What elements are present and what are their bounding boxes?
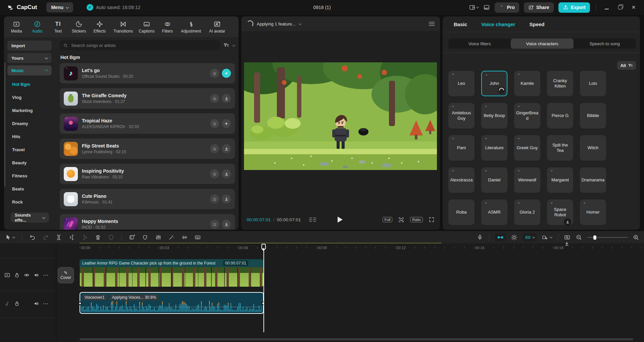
video-clip[interactable]: Leather Armor RPG Game Character pick up… (80, 259, 264, 287)
sidebar-item-import[interactable]: Import (7, 41, 52, 51)
speaker-icon[interactable] (33, 272, 40, 278)
favorite-star-button[interactable]: ☆ (210, 194, 219, 204)
voice-card-kamile[interactable]: Kamile (514, 71, 540, 96)
lock-icon[interactable] (14, 300, 20, 307)
voice-card-roba[interactable]: Roba (448, 199, 475, 225)
playhead-handle[interactable] (261, 244, 266, 249)
delete-icon[interactable] (95, 234, 101, 241)
voice-card-pierce-g[interactable]: Pierce G (547, 103, 573, 128)
sidebar-item-music[interactable]: Music (7, 65, 52, 75)
voice-card-gloria-2[interactable]: Gloria 2 (514, 199, 540, 225)
download-button[interactable] (222, 194, 231, 204)
sidebar-category-rock[interactable]: Rock (4, 195, 54, 209)
subtab-speech-to-song[interactable]: Speech to song (574, 39, 636, 49)
timeline-zoom-in-icon[interactable] (633, 234, 639, 241)
filter-icon[interactable] (223, 42, 229, 48)
minimize-button[interactable] (602, 5, 611, 10)
restore-button[interactable] (616, 5, 625, 10)
eye-icon[interactable] (23, 272, 30, 278)
voice-card-cranky-kitten[interactable]: Cranky Kitten (547, 71, 573, 96)
tab-filters[interactable]: Filters (157, 20, 178, 34)
undo-icon[interactable] (29, 234, 36, 241)
voice-card-gingerbread[interactable]: GingerBread (514, 103, 540, 128)
sidebar-category-fitness[interactable]: Fitness (4, 169, 54, 182)
voice-card-space-robot[interactable]: Space Robot (547, 199, 573, 225)
sidebar-category-beats[interactable]: Beats (4, 182, 54, 195)
more-icon[interactable]: ⋯ (43, 272, 49, 278)
chevron-down-icon[interactable] (298, 22, 302, 25)
voice-card-werewolf[interactable]: Werewolf (514, 167, 540, 193)
sidebar-category-hits[interactable]: Hits (4, 130, 54, 143)
timeline-ruler[interactable]: 00:0000:0300:0600:0900:1200:1500:18 (0, 243, 644, 252)
music-track-row[interactable]: Tropical HazeALEKSANDAR KIPROV · 02:03☆+ (60, 113, 235, 134)
favorite-star-button[interactable]: ☆ (210, 169, 219, 178)
sidebar-category-travel[interactable]: Travel (4, 143, 54, 156)
ratio-button[interactable]: Ratio (410, 217, 423, 222)
voice-card-bibble[interactable]: Bibble (580, 103, 606, 128)
tab-stickers[interactable]: Stickers (68, 20, 89, 34)
sidebar-scrollbar[interactable] (4, 62, 5, 186)
select-clip-mode-button[interactable] (542, 234, 552, 241)
favorite-star-button[interactable]: ☆ (210, 119, 219, 128)
layout-compact-button[interactable] (483, 4, 490, 11)
clip-trim-handle-left[interactable] (78, 301, 82, 305)
tab-captions[interactable]: Captions (136, 20, 157, 34)
frame-list-icon[interactable] (309, 218, 316, 222)
download-button[interactable] (222, 169, 231, 178)
preview-window-icon[interactable] (564, 234, 571, 241)
voice-card-homer[interactable]: Homer (580, 199, 606, 225)
zoom-fit-icon[interactable] (398, 217, 404, 223)
close-button[interactable]: ✕ (629, 4, 638, 10)
sidebar-item-sound-effects[interactable]: Sounds effe... (11, 213, 49, 223)
voice-card-john[interactable]: John (481, 71, 507, 96)
download-button[interactable] (222, 144, 231, 153)
menu-button[interactable]: Menu (46, 2, 73, 12)
filter-chevron-icon[interactable] (232, 43, 236, 47)
tab-basic[interactable]: Basic (454, 21, 467, 27)
voice-card-margaret[interactable]: Margaret (547, 167, 573, 193)
subtab-voice-filters[interactable]: Voice filters (448, 39, 511, 49)
voice-card-spill-the-tea[interactable]: Spill the Tea (547, 135, 573, 161)
fullscreen-icon[interactable] (429, 217, 435, 223)
music-track-row[interactable]: ♪Let's goOfficial Sound Studio · 00:20☆+ (60, 63, 235, 83)
voice-card-leo[interactable]: Leo (448, 71, 475, 96)
sidebar-category-vlog[interactable]: Vlog (4, 91, 54, 104)
favorite-star-button[interactable]: ☆ (210, 220, 219, 229)
split-left-icon[interactable] (68, 234, 75, 241)
tab-text[interactable]: TIText (48, 20, 68, 34)
tab-speed[interactable]: Speed (529, 21, 544, 27)
mask-icon[interactable] (108, 234, 114, 241)
auto-snap-toggle[interactable] (495, 233, 506, 242)
voice-card-greek-guy[interactable]: Greek Guy (514, 135, 540, 161)
tab-transitions[interactable]: Transitions (110, 20, 136, 34)
magic-voice-icon[interactable] (168, 234, 175, 241)
tab-ai-avatar[interactable]: AI avatar (204, 20, 230, 34)
music-track-row[interactable]: Inspiring PositivityRaw Vibrations · 03:… (60, 164, 235, 184)
voice-card-witch[interactable]: Witch (580, 135, 606, 161)
preview-status-text[interactable]: Applying 1 feature... (257, 21, 296, 26)
split-icon[interactable] (55, 234, 62, 241)
search-input[interactable] (70, 43, 216, 48)
tab-media[interactable]: Media (6, 20, 27, 34)
sidebar-category-hot-bgm[interactable]: Hot Bgm (4, 78, 54, 91)
favorite-star-button[interactable]: ☆ (210, 69, 219, 78)
more-icon[interactable]: ⋯ (43, 300, 49, 307)
full-button[interactable]: Full (383, 217, 393, 222)
cover-button[interactable]: ✎ Cover (58, 267, 74, 283)
preview-menu-icon[interactable] (429, 22, 435, 26)
preview-axis-icon[interactable] (511, 234, 517, 241)
tab-adjustment[interactable]: Adjustment (178, 20, 204, 34)
voice-card-dramarama[interactable]: Dramarama (580, 167, 606, 193)
music-track-row[interactable]: Happy MomentsINOD · 01:52☆ (60, 214, 235, 230)
voice-card-pam[interactable]: Pam (448, 135, 475, 161)
export-button[interactable]: Export (558, 2, 590, 13)
layout-switch-button[interactable] (469, 4, 479, 11)
add-to-timeline-button[interactable]: + (222, 119, 231, 128)
favorite-star-button[interactable]: ☆ (210, 94, 219, 103)
voice-card-ambitious-guy[interactable]: Ambitious Guy (448, 103, 475, 128)
new-clip-icon[interactable] (129, 234, 136, 241)
sidebar-item-yours[interactable]: Yours (7, 53, 52, 63)
record-voiceover-icon[interactable] (477, 234, 483, 241)
smart-mask-icon[interactable] (142, 234, 149, 241)
music-track-row[interactable]: The Giraffe ComedyStock Inventions · 01:… (60, 88, 235, 109)
